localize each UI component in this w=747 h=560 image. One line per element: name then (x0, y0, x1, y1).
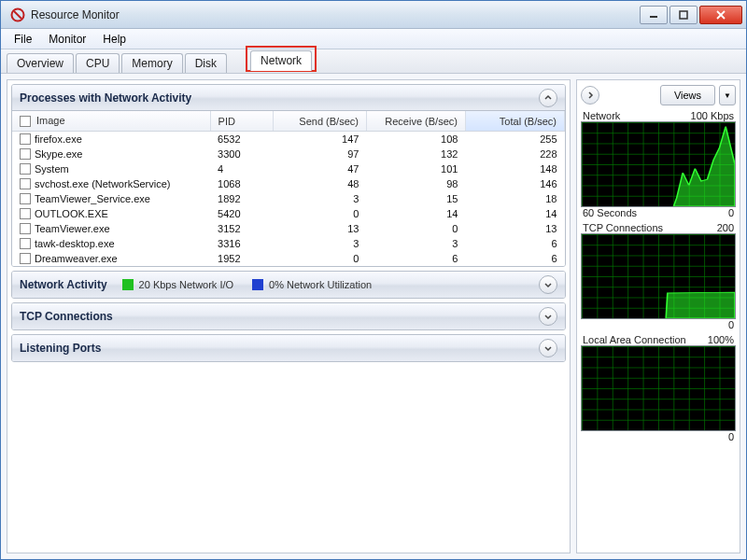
row-checkbox[interactable] (20, 223, 31, 234)
graph-lan-canvas (581, 345, 736, 431)
views-dropdown-icon[interactable]: ▼ (719, 85, 736, 105)
cell-send: 13 (273, 221, 366, 236)
cell-receive: 132 (366, 147, 465, 161)
cell-receive: 3 (366, 236, 465, 251)
tab-overview[interactable]: Overview (7, 53, 74, 73)
section-processes-header[interactable]: Processes with Network Activity (12, 85, 565, 111)
graph-network-br: 0 (728, 207, 734, 218)
col-total[interactable]: Total (B/sec) (465, 111, 564, 132)
section-tcp-header[interactable]: TCP Connections (12, 303, 565, 329)
cell-receive: 98 (366, 176, 465, 191)
maximize-button[interactable] (669, 6, 698, 24)
section-ports: Listening Ports (11, 334, 566, 362)
cell-total: 255 (465, 132, 564, 147)
cell-receive: 6 (366, 251, 465, 266)
left-pane: Processes with Network Activity Image PI… (7, 79, 571, 553)
cell-image: firefox.exe (35, 133, 82, 145)
graph-network: Network100 Kbps 60 Seconds0 (581, 110, 736, 218)
graph-lan-title: Local Area Connection (583, 334, 686, 345)
table-row[interactable]: TeamViewer_Service.exe189231518 (12, 191, 565, 206)
row-checkbox[interactable] (20, 163, 31, 175)
cell-image: tawk-desktop.exe (35, 238, 115, 249)
right-pane: Views ▼ Network100 Kbps 60 Seconds0 TCP … (576, 79, 740, 553)
tab-network[interactable]: Network (250, 50, 312, 71)
swatch-blue-icon (252, 279, 263, 290)
tabbar: Overview CPU Memory Disk Network (1, 49, 746, 74)
expand-icon[interactable] (539, 307, 557, 326)
menu-monitor[interactable]: Monitor (41, 31, 93, 48)
stat-util-label: 0% Network Utilization (269, 279, 372, 290)
cell-send: 48 (273, 176, 366, 191)
table-row[interactable]: Dreamweaver.exe1952066 (12, 251, 565, 266)
expand-icon[interactable] (539, 339, 557, 357)
graph-lan: Local Area Connection100% 0 (581, 334, 736, 442)
tab-disk[interactable]: Disk (185, 53, 227, 73)
tab-cpu[interactable]: CPU (76, 53, 120, 73)
section-ports-header[interactable]: Listening Ports (12, 335, 565, 361)
cell-image: TeamViewer.exe (35, 223, 110, 234)
graph-network-bl: 60 Seconds (583, 207, 637, 218)
graph-tcp-title: TCP Connections (583, 222, 663, 233)
col-send[interactable]: Send (B/sec) (273, 111, 366, 132)
table-row[interactable]: Skype.exe330097132228 (12, 147, 565, 161)
cell-receive: 101 (366, 161, 465, 176)
cell-pid: 3316 (210, 236, 273, 251)
processes-table-wrap: Image PID Send (B/sec) Receive (B/sec) T… (12, 111, 565, 266)
col-image-label: Image (36, 115, 65, 126)
section-network-activity-header[interactable]: Network Activity 20 Kbps Network I/O 0% … (12, 272, 565, 298)
titlebar: Resource Monitor (1, 1, 746, 29)
collapse-right-icon[interactable] (581, 86, 599, 105)
cell-send: 97 (273, 147, 366, 161)
collapse-icon[interactable] (539, 89, 557, 107)
row-checkbox[interactable] (20, 238, 31, 249)
cell-total: 148 (465, 161, 564, 176)
minimize-button[interactable] (640, 6, 668, 24)
expand-icon[interactable] (539, 275, 557, 294)
body: Processes with Network Activity Image PI… (1, 74, 746, 559)
graph-network-max: 100 Kbps (691, 110, 734, 121)
row-checkbox[interactable] (20, 193, 31, 204)
row-checkbox[interactable] (20, 133, 31, 145)
section-network-activity-title: Network Activity (20, 278, 107, 291)
row-checkbox[interactable] (20, 178, 31, 189)
table-row[interactable]: OUTLOOK.EXE542001414 (12, 206, 565, 221)
tab-memory[interactable]: Memory (121, 53, 182, 73)
cell-image: System (35, 163, 69, 175)
table-row[interactable]: tawk-desktop.exe3316336 (12, 236, 565, 251)
views-button[interactable]: Views (660, 85, 715, 105)
row-checkbox[interactable] (20, 208, 31, 219)
cell-send: 3 (273, 191, 366, 206)
section-processes: Processes with Network Activity Image PI… (11, 84, 566, 267)
row-checkbox[interactable] (20, 253, 31, 264)
section-network-activity: Network Activity 20 Kbps Network I/O 0% … (11, 271, 566, 299)
cell-total: 6 (465, 251, 564, 266)
cell-total: 14 (465, 206, 564, 221)
cell-send: 47 (273, 161, 366, 176)
stat-util: 0% Network Utilization (252, 279, 372, 290)
cell-pid: 4 (210, 161, 273, 176)
cell-image: svchost.exe (NetworkService) (35, 178, 171, 189)
col-image[interactable]: Image (12, 111, 210, 132)
graph-network-canvas (581, 121, 736, 207)
graph-lan-br: 0 (728, 431, 734, 442)
table-row[interactable]: System447101148 (12, 161, 565, 176)
table-row[interactable]: svchost.exe (NetworkService)10684898146 (12, 176, 565, 191)
close-button[interactable] (699, 6, 742, 24)
row-checkbox[interactable] (20, 148, 31, 160)
menu-file[interactable]: File (7, 31, 39, 48)
cell-total: 18 (465, 191, 564, 206)
window-controls (638, 6, 742, 24)
cell-image: Dreamweaver.exe (35, 253, 118, 264)
cell-image: Skype.exe (35, 148, 82, 160)
cell-total: 6 (465, 236, 564, 251)
cell-send: 3 (273, 236, 366, 251)
menu-help[interactable]: Help (95, 31, 134, 48)
select-all-checkbox[interactable] (20, 116, 31, 127)
col-pid[interactable]: PID (210, 111, 273, 132)
processes-table: Image PID Send (B/sec) Receive (B/sec) T… (12, 111, 565, 266)
svg-line-1 (14, 11, 21, 19)
table-row[interactable]: firefox.exe6532147108255 (12, 132, 565, 147)
table-row[interactable]: TeamViewer.exe315213013 (12, 221, 565, 236)
graph-lan-max: 100% (708, 334, 734, 345)
col-receive[interactable]: Receive (B/sec) (366, 111, 465, 132)
